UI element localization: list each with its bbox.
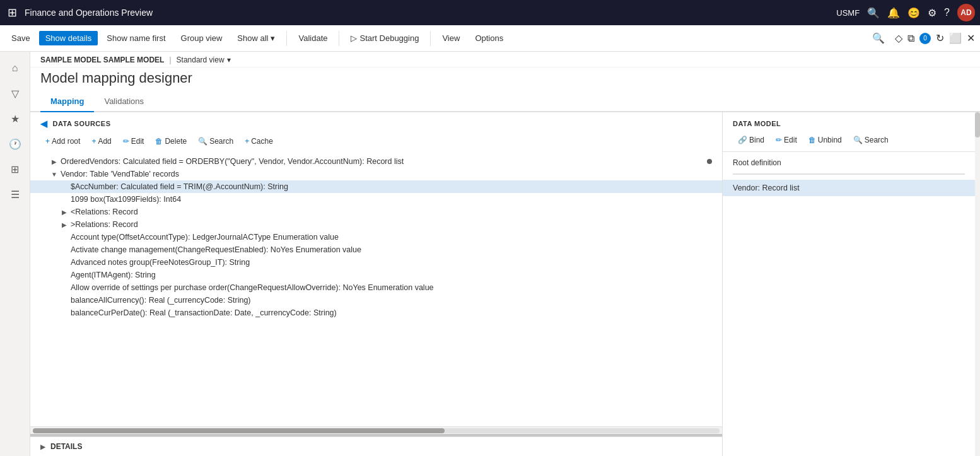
- sidebar-item-home[interactable]: ⌂: [4, 57, 26, 79]
- cache-button[interactable]: + Cache: [240, 135, 278, 148]
- expand-icon: [61, 259, 68, 266]
- tree-item[interactable]: Activate change management(ChangeRequest…: [30, 243, 722, 256]
- tree-item[interactable]: ▼ Vendor: Table 'VendTable' records: [30, 168, 722, 180]
- expand-icon: [61, 284, 68, 291]
- breadcrumb-view[interactable]: Standard view ▾: [177, 56, 231, 64]
- right-scrollbar[interactable]: [975, 112, 980, 456]
- search-icon-2: 🔍: [198, 137, 207, 146]
- tree-item[interactable]: Allow override of settings per purchase …: [30, 281, 722, 294]
- tree-item[interactable]: 1099 box(Tax1099Fields): Int64: [30, 193, 722, 206]
- edit-button[interactable]: ✏ Edit: [118, 135, 149, 148]
- start-debugging-button[interactable]: ▷ Start Debugging: [344, 31, 425, 45]
- badge-icon: 0: [919, 33, 931, 44]
- sidebar-item-list[interactable]: ☰: [4, 183, 26, 206]
- show-all-label: Show all: [237, 33, 268, 43]
- diamond-icon[interactable]: ◇: [895, 32, 902, 44]
- data-sources-toolbar: + Add root + Add ✏ Edit 🗑 Delete: [30, 132, 722, 153]
- expand-icon: [61, 309, 68, 317]
- tree-item[interactable]: balanceCurPerDate(): Real (_transactionD…: [30, 307, 722, 319]
- search-icon[interactable]: 🔍: [867, 7, 880, 19]
- expand-icon: [61, 196, 68, 203]
- debug-icon: ▷: [351, 33, 357, 43]
- validate-button[interactable]: Validate: [292, 31, 334, 45]
- search-button[interactable]: 🔍 Search: [193, 135, 238, 148]
- tab-mapping[interactable]: Mapping: [40, 91, 94, 112]
- delete-button[interactable]: 🗑 Delete: [150, 135, 192, 148]
- horizontal-scrollbar[interactable]: [30, 426, 722, 434]
- edit-dm-button[interactable]: ✏ Edit: [771, 134, 802, 146]
- bind-button[interactable]: 🔗 Bind: [733, 134, 769, 146]
- show-name-first-button[interactable]: Show name first: [100, 31, 172, 45]
- main-content: ◀ DATA SOURCES + Add root + Add ✏ Edit: [30, 112, 980, 456]
- show-details-button[interactable]: Show details: [39, 31, 98, 45]
- app-title: Finance and Operations Preview: [25, 8, 831, 18]
- add-root-button[interactable]: + Add root: [40, 135, 85, 148]
- data-sources-tree: ▶ OrderedVendors: Calculated field = ORD…: [30, 153, 722, 426]
- tree-item[interactable]: ▶ >Relations: Record: [30, 218, 722, 231]
- tree-item[interactable]: balanceAllCurrency(): Real (_currencyCod…: [30, 294, 722, 307]
- view-button[interactable]: View: [436, 31, 466, 45]
- sidebar-item-grid[interactable]: ⊞: [4, 158, 26, 180]
- breadcrumb-model: SAMPLE MODEL SAMPLE MODEL: [40, 56, 164, 64]
- settings-icon[interactable]: ⚙: [928, 7, 936, 19]
- data-model-header: DATA MODEL: [723, 112, 975, 131]
- root-separator: [733, 173, 965, 175]
- breadcrumb-separator: |: [169, 56, 171, 64]
- toolbar-search-icon[interactable]: 🔍: [867, 30, 890, 47]
- expand-icon: [61, 183, 68, 190]
- help-icon[interactable]: ?: [944, 7, 950, 18]
- tree-item[interactable]: Advanced notes group(FreeNotesGroup_IT):…: [30, 256, 722, 269]
- options-button[interactable]: Options: [469, 31, 510, 45]
- content-area: SAMPLE MODEL SAMPLE MODEL | Standard vie…: [30, 52, 980, 456]
- top-nav-bar: ⊞ Finance and Operations Preview USMF 🔍 …: [0, 0, 980, 25]
- scroll-thumb[interactable]: [33, 428, 445, 433]
- avatar[interactable]: AD: [957, 4, 975, 21]
- search-icon-3: 🔍: [853, 136, 863, 144]
- unbind-button[interactable]: 🗑 Unbind: [803, 134, 847, 146]
- show-all-button[interactable]: Show all ▾: [231, 31, 281, 45]
- expand-icon: ▶: [50, 158, 58, 165]
- grid-menu-icon[interactable]: ⊞: [5, 3, 20, 22]
- right-scroll-thumb[interactable]: [975, 112, 980, 137]
- expand-icon: [61, 296, 68, 304]
- tree-item-selected[interactable]: $AccNumber: Calculated field = TRIM(@.Ac…: [30, 180, 722, 193]
- details-section[interactable]: ▶ DETAILS: [30, 436, 722, 456]
- tree-item[interactable]: Agent(ITMAgent): String: [30, 269, 722, 281]
- close-icon[interactable]: ✕: [967, 32, 975, 44]
- sidebar-item-filter[interactable]: ▽: [4, 82, 26, 105]
- expand-icon: ▶: [61, 221, 68, 228]
- tab-validations[interactable]: Validations: [94, 91, 154, 112]
- save-button[interactable]: Save: [5, 31, 37, 45]
- left-sidebar: ⌂ ▽ ★ 🕐 ⊞ ☰: [0, 52, 30, 456]
- collapse-icon[interactable]: ◀: [40, 119, 48, 129]
- tree-item[interactable]: ▶ <Relations: Record: [30, 206, 722, 218]
- add-button[interactable]: + Add: [86, 135, 116, 148]
- main-layout: ⌂ ▽ ★ 🕐 ⊞ ☰ SAMPLE MODEL SAMPLE MODEL | …: [0, 52, 980, 456]
- search-dm-button[interactable]: 🔍 Search: [848, 134, 894, 146]
- details-expand-icon: ▶: [40, 443, 45, 450]
- face-icon[interactable]: 😊: [907, 7, 920, 19]
- scroll-track[interactable]: [33, 428, 720, 433]
- plus-icon-2: +: [91, 137, 96, 146]
- top-bar-right-section: USMF 🔍 🔔 😊 ⚙ ? AD: [836, 4, 975, 21]
- data-model-toolbar: 🔗 Bind ✏ Edit 🗑 Unbind 🔍 Search: [723, 131, 975, 152]
- group-view-button[interactable]: Group view: [175, 31, 229, 45]
- maximize-icon[interactable]: ⬜: [949, 32, 962, 44]
- expand-icon: ▼: [50, 170, 58, 178]
- root-definition-label: Root definition: [723, 152, 975, 171]
- pencil-icon: ✏: [123, 137, 129, 146]
- page-title: Model mapping designer: [30, 67, 980, 91]
- chevron-down-icon: ▾: [227, 56, 231, 64]
- dot-indicator: [707, 159, 712, 164]
- dm-tree-item-vendor[interactable]: Vendor: Record list: [723, 180, 975, 196]
- bell-icon[interactable]: 🔔: [887, 7, 900, 19]
- window-icon[interactable]: ⧉: [907, 33, 914, 44]
- data-model-panel: DATA MODEL 🔗 Bind ✏ Edit 🗑 Unbind: [723, 112, 975, 456]
- tree-item[interactable]: ▶ OrderedVendors: Calculated field = ORD…: [30, 155, 722, 168]
- sidebar-item-star[interactable]: ★: [4, 107, 26, 130]
- refresh-icon[interactable]: ↻: [936, 32, 944, 44]
- tree-item[interactable]: Account type(OffsetAccountType): LedgerJ…: [30, 231, 722, 243]
- unbind-icon: 🗑: [808, 136, 816, 144]
- expand-icon: ▶: [61, 208, 68, 216]
- sidebar-item-clock[interactable]: 🕐: [4, 132, 26, 155]
